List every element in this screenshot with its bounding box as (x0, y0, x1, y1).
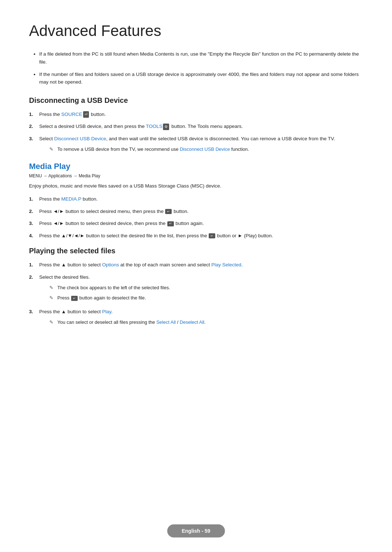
playing-step-2: 2. Select the desired files. ✎ The check… (29, 273, 363, 303)
playing-section: Playing the selected files 1. Press the … (29, 247, 363, 327)
media-play-intro: Enjoy photos, music and movie files save… (29, 182, 363, 190)
usb-note: ✎ To remove a USB device from the TV, we… (49, 146, 363, 153)
tools-link: TOOLS (146, 124, 163, 129)
media-step-1: 1. Press the MEDIA.P button. (29, 195, 363, 203)
breadcrumb-applications: Applications (48, 173, 72, 178)
options-link: Options (102, 262, 119, 267)
breadcrumb-menu: MENU (29, 173, 42, 178)
deselect-all-link: Deselect All (180, 319, 204, 325)
playing-step-3: 3. Press the ▲ button to select Play. ✎ … (29, 308, 363, 327)
usb-step-1: 1. Press the SOURCE⏎ button. (29, 110, 363, 118)
playing-step-1: 1. Press the ▲ button to select Options … (29, 261, 363, 269)
media-play-section: Media Play MENU → Applications → Media P… (29, 162, 363, 239)
usb-steps-list: 1. Press the SOURCE⏎ button. 2. Select a… (29, 110, 363, 155)
intro-bullet-list: If a file deleted from the PC is still f… (29, 50, 363, 86)
usb-step-3: 3. Select Disconnect USB Device, and the… (29, 135, 363, 154)
disconnect-link-2: Disconnect USB Device (180, 146, 230, 152)
source-icon: ⏎ (83, 111, 89, 118)
playing-note-1: ✎ The check box appears to the left of t… (49, 284, 363, 292)
enter-icon-2: ↵ (167, 221, 174, 226)
page-footer: English - 59 (167, 524, 225, 537)
playing-note-2: ✎ Press ↵ button again to deselect the f… (49, 294, 363, 302)
breadcrumb-mediaplay: Media Play (79, 173, 100, 178)
select-all-link: Select All (156, 319, 176, 325)
intro-bullet-2: If the number of files and folders saved… (39, 70, 363, 86)
play-selected-link: Play Selected (211, 262, 241, 267)
page-container: Advanced Features If a file deleted from… (0, 0, 392, 378)
source-link: SOURCE (61, 112, 82, 117)
disconnect-link: Disconnect USB Device (54, 136, 106, 141)
playing-note-3: ✎ You can select or deselect all files p… (49, 319, 363, 326)
enter-icon-4: ↵ (71, 296, 78, 301)
enter-icon-3: ↵ (209, 233, 215, 238)
media-play-title: Media Play (29, 162, 363, 171)
usb-step-2: 2. Select a desired USB device, and then… (29, 122, 363, 130)
playing-steps: 1. Press the ▲ button to select Options … (29, 261, 363, 327)
tools-icon: ⚙ (163, 124, 169, 130)
media-step-4: 4. Press the ▲/▼/◄/► button to select th… (29, 232, 363, 240)
breadcrumb: MENU → Applications → Media Play (29, 173, 363, 178)
enter-icon-1: ↵ (165, 209, 172, 214)
usb-section-title: Disconnecting a USB Device (29, 96, 363, 105)
page-title: Advanced Features (29, 22, 363, 40)
media-step-3: 3. Press ◄/► button to select desired de… (29, 219, 363, 227)
usb-section: Disconnecting a USB Device 1. Press the … (29, 96, 363, 155)
playing-section-title: Playing the selected files (29, 247, 363, 255)
mediap-link: MEDIA.P (61, 196, 81, 202)
intro-bullet-1: If a file deleted from the PC is still f… (39, 50, 363, 66)
media-play-steps: 1. Press the MEDIA.P button. 2. Press ◄/… (29, 195, 363, 239)
media-step-2: 2. Press ◄/► button to select desired me… (29, 207, 363, 215)
play-link: Play (102, 309, 111, 314)
